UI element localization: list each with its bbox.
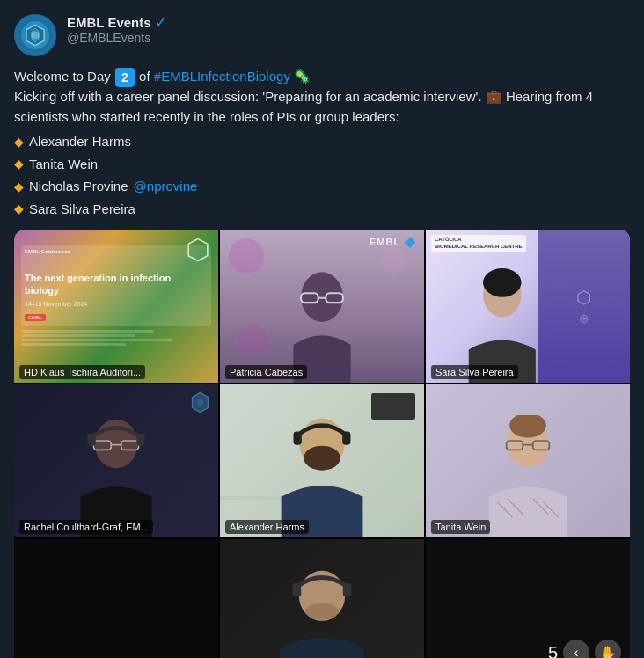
svg-rect-16 <box>88 434 96 446</box>
diamond-icon: ◆ <box>14 200 24 218</box>
svg-marker-3 <box>188 239 208 261</box>
embl-logo-cell2: EMBL 🔷 <box>370 237 417 248</box>
speaker-name: Tanita Wein <box>29 155 98 175</box>
video-cell-2[interactable]: EMBL 🔷 Patricia Cabezas <box>220 230 424 383</box>
video-grid: EMBL Conference The next generation in i… <box>14 230 630 658</box>
video-cell-empty-left <box>14 539 218 658</box>
list-item: ◆ Nicholas Provine @nprovine <box>14 177 630 197</box>
svg-rect-17 <box>136 434 144 446</box>
tweet-card: EMBL Events ✓ @EMBLEvents Welcome to Day… <box>0 0 644 658</box>
user-info: EMBL Events ✓ @EMBLEvents <box>67 14 166 45</box>
video-cell-5[interactable]: Alexander Harms <box>220 384 424 537</box>
video-label-5: Alexander Harms <box>225 520 309 534</box>
svg-point-11 <box>197 399 203 406</box>
of-text: of <box>135 69 154 84</box>
list-item: ◆ Tanita Wein <box>14 155 630 175</box>
tweet-header: EMBL Events ✓ @EMBLEvents <box>14 14 630 56</box>
avatar[interactable] <box>14 14 56 56</box>
speaker-name: Alexander Harms <box>29 132 131 152</box>
video-cell-zoom-controls: 5 ‹ ✋ Powered by Zoom ⬡ ⬡ ⬡ <box>426 539 630 658</box>
video-cell-6[interactable]: Tanita Wein <box>426 384 630 537</box>
video-cell-3[interactable]: ⬡ ⊕ CATÓLICABIOMEDICAL RESEARCH CENTRE S… <box>426 230 630 383</box>
svg-point-1 <box>31 31 39 39</box>
video-cell-1[interactable]: EMBL Conference The next generation in i… <box>14 230 218 383</box>
speaker-list: ◆ Alexander Harms ◆ Tanita Wein ◆ Nichol… <box>14 132 630 219</box>
mention-link[interactable]: @nprovine <box>134 177 198 197</box>
hashtag[interactable]: #EMBLInfectionBiology <box>154 69 290 84</box>
video-label-2: Patricia Cabezas <box>225 365 307 379</box>
video-label-3: Sara Silva Pereira <box>431 365 518 379</box>
svg-rect-20 <box>294 431 302 444</box>
body-text: Kicking off with a career panel discussi… <box>14 89 593 124</box>
list-item: ◆ Sara Silva Pereira <box>14 200 630 220</box>
video-label-4: Rachel Coulthard-Graf, EM... <box>19 520 153 534</box>
virus-emoji: 🦠 <box>294 69 311 84</box>
speaker-name: Sara Silva Pereira <box>29 200 135 220</box>
pre-text: Welcome to Day <box>14 69 114 84</box>
video-cell-7[interactable]: Nicholas Provine <box>220 539 424 658</box>
zoom-back-button[interactable]: ‹ <box>563 640 589 658</box>
user-handle[interactable]: @EMBLEvents <box>67 31 166 45</box>
video-cell-4[interactable]: Rachel Coulthard-Graf, EM... <box>14 384 218 537</box>
verified-icon: ✓ <box>155 14 166 31</box>
diamond-icon: ◆ <box>14 155 24 173</box>
svg-rect-21 <box>342 431 350 444</box>
speaker-name: Nicholas Provine <box>29 177 128 197</box>
list-item: ◆ Alexander Harms <box>14 132 630 152</box>
zoom-number: 5 <box>548 643 558 658</box>
zoom-hand-button[interactable]: ✋ <box>595 640 621 658</box>
svg-point-19 <box>304 446 340 471</box>
day-badge: 2 <box>115 68 135 87</box>
video-label-1: HD Klaus Tschira Auditori... <box>19 365 145 379</box>
diamond-icon: ◆ <box>14 133 24 151</box>
user-name[interactable]: EMBL Events <box>67 15 151 30</box>
svg-point-34 <box>305 603 339 620</box>
svg-point-9 <box>483 268 522 297</box>
tweet-body: Welcome to Day 2 of #EMBLInfectionBiolog… <box>14 67 630 219</box>
diamond-icon: ◆ <box>14 178 24 196</box>
svg-rect-32 <box>293 583 302 596</box>
svg-rect-33 <box>343 583 352 596</box>
video-label-6: Tanita Wein <box>431 520 490 534</box>
